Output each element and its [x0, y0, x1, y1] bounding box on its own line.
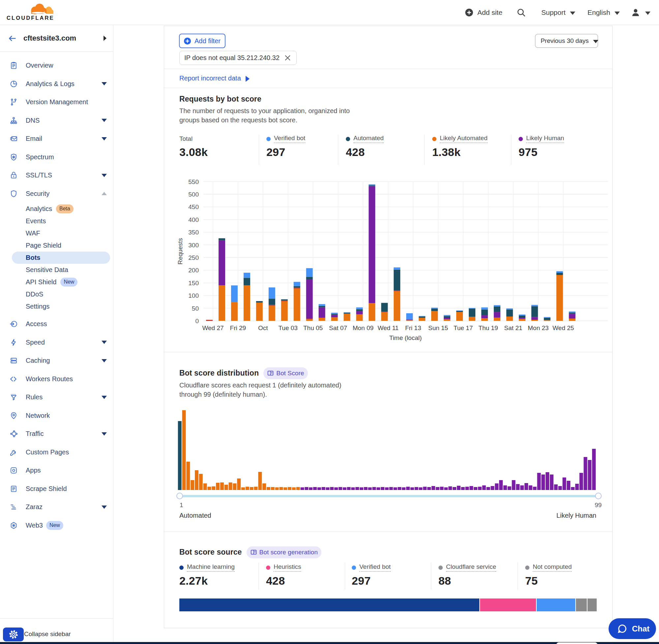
- svg-text:Fri 13: Fri 13: [405, 324, 421, 331]
- svg-text:Wed 11: Wed 11: [377, 324, 399, 331]
- svg-text:Thu 19: Thu 19: [478, 324, 498, 331]
- svg-text:150: 150: [188, 280, 199, 286]
- svg-text:Requests: Requests: [177, 238, 184, 264]
- svg-text:Mon 09: Mon 09: [353, 324, 374, 331]
- svg-text:450: 450: [188, 204, 199, 210]
- svg-text:50: 50: [192, 305, 199, 312]
- svg-text:300: 300: [188, 242, 199, 249]
- svg-text:0: 0: [195, 318, 199, 324]
- svg-text:Tue 17: Tue 17: [454, 324, 473, 331]
- svg-text:Wed 27: Wed 27: [202, 324, 223, 331]
- svg-text:Time (local): Time (local): [389, 335, 422, 341]
- svg-text:500: 500: [188, 191, 199, 198]
- svg-text:Mon 23: Mon 23: [528, 324, 548, 331]
- svg-text:Sat 07: Sat 07: [329, 324, 347, 331]
- svg-text:350: 350: [188, 229, 199, 236]
- svg-text:250: 250: [188, 254, 199, 261]
- svg-text:Sun 15: Sun 15: [428, 324, 448, 331]
- svg-text:Wed 25: Wed 25: [552, 324, 574, 331]
- svg-text:400: 400: [188, 216, 199, 223]
- svg-text:Tue 03: Tue 03: [278, 324, 297, 331]
- svg-text:100: 100: [188, 292, 199, 299]
- svg-text:CLOUDFLARE: CLOUDFLARE: [6, 15, 54, 21]
- svg-text:550: 550: [188, 178, 199, 185]
- svg-text:Fri 29: Fri 29: [230, 324, 246, 331]
- svg-text:Thu 05: Thu 05: [303, 324, 323, 331]
- svg-text:200: 200: [188, 267, 199, 274]
- svg-text:Oct: Oct: [258, 324, 268, 331]
- svg-text:Sat 21: Sat 21: [504, 324, 522, 331]
